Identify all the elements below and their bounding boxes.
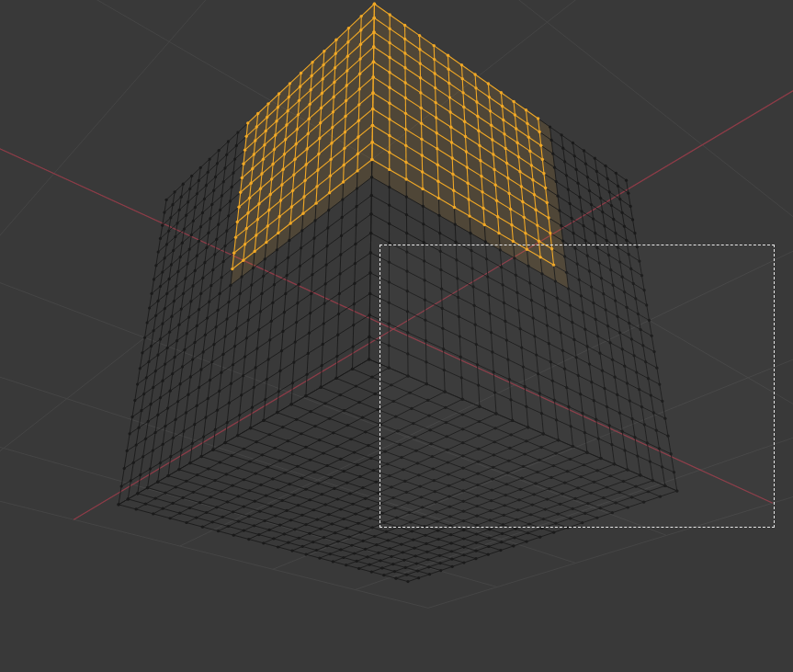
svg-line-708 (331, 477, 347, 483)
svg-point-3063 (435, 500, 437, 503)
svg-line-1195 (308, 344, 323, 353)
svg-point-3283 (304, 394, 307, 397)
svg-line-1097 (452, 563, 464, 566)
svg-point-3650 (515, 274, 517, 277)
svg-line-618 (280, 520, 291, 525)
svg-point-3364 (202, 435, 205, 438)
svg-line-1976 (456, 242, 471, 250)
svg-line-2053 (601, 279, 613, 286)
svg-line-1136 (291, 396, 306, 404)
svg-line-1504 (221, 196, 222, 210)
svg-line-911 (317, 519, 332, 524)
svg-point-3417 (203, 261, 206, 264)
svg-point-3405 (177, 468, 180, 471)
svg-point-3976 (239, 191, 242, 194)
svg-point-3579 (405, 232, 408, 234)
svg-line-834 (384, 523, 398, 528)
svg-point-4032 (434, 101, 436, 104)
svg-line-2327 (347, 42, 348, 56)
svg-point-3312 (288, 239, 290, 242)
svg-point-2987 (278, 524, 281, 527)
svg-line-1103 (136, 509, 153, 514)
svg-point-3921 (294, 142, 297, 145)
svg-point-2824 (370, 376, 373, 379)
svg-line-558 (532, 505, 545, 509)
svg-point-3204 (615, 501, 617, 504)
svg-line-1121 (396, 578, 408, 581)
svg-point-3978 (242, 162, 244, 165)
svg-line-2016 (594, 303, 606, 310)
svg-point-4088 (503, 132, 505, 135)
svg-point-3442 (201, 211, 204, 214)
svg-point-3925 (299, 85, 301, 88)
svg-point-3205 (599, 507, 602, 509)
svg-line-574 (310, 495, 322, 500)
svg-point-4064 (478, 144, 481, 147)
svg-line-1627 (214, 182, 224, 190)
svg-line-604 (463, 436, 479, 443)
svg-point-3382 (235, 144, 238, 147)
svg-point-3569 (388, 222, 391, 225)
svg-line-2257 (627, 240, 629, 254)
svg-line-1989 (631, 339, 642, 346)
svg-point-3575 (406, 310, 409, 313)
svg-point-3034 (540, 446, 543, 449)
svg-point-3942 (270, 177, 273, 180)
svg-point-3607 (457, 296, 459, 299)
svg-line-2193 (622, 349, 625, 366)
svg-line-938 (391, 552, 402, 557)
svg-line-2015 (581, 296, 594, 303)
viewport-3d[interactable] (0, 0, 793, 672)
svg-line-1683 (236, 136, 246, 145)
svg-line-544 (315, 427, 334, 433)
svg-point-3321 (274, 266, 277, 268)
svg-point-3883 (328, 191, 331, 194)
svg-point-3356 (218, 390, 221, 393)
svg-line-1536 (216, 164, 218, 177)
svg-point-3743 (573, 154, 576, 157)
svg-line-915 (375, 536, 389, 540)
svg-line-890 (477, 511, 491, 517)
svg-point-3494 (149, 403, 152, 405)
svg-line-425 (378, 409, 396, 416)
svg-point-3001 (377, 492, 380, 495)
svg-point-3804 (610, 204, 613, 207)
svg-line-2211 (589, 190, 600, 198)
svg-line-1256 (297, 313, 311, 323)
svg-point-3290 (312, 255, 314, 257)
svg-line-2106 (592, 382, 594, 401)
svg-line-1260 (245, 348, 257, 357)
svg-point-2985 (300, 514, 303, 517)
svg-line-2269 (607, 178, 617, 186)
svg-line-393 (525, 454, 539, 460)
svg-line-1219 (327, 228, 328, 246)
svg-line-562 (479, 414, 495, 422)
svg-point-3917 (290, 205, 293, 208)
svg-line-1343 (341, 225, 356, 236)
svg-line-584 (301, 434, 320, 440)
svg-line-1437 (172, 309, 181, 316)
svg-line-411 (280, 454, 293, 461)
svg-line-1152 (353, 347, 354, 369)
svg-line-609 (390, 470, 403, 476)
svg-line-1772 (557, 420, 572, 427)
svg-line-1939 (485, 242, 486, 259)
svg-line-2213 (611, 206, 622, 213)
svg-line-1294 (201, 362, 212, 370)
svg-point-3676 (563, 368, 566, 370)
svg-point-2826 (339, 393, 342, 396)
svg-point-3400 (221, 194, 223, 197)
svg-point-3396 (213, 253, 216, 256)
svg-line-1355 (195, 335, 205, 342)
svg-line-799 (464, 539, 477, 542)
svg-point-3387 (196, 404, 198, 407)
svg-line-486 (383, 431, 398, 439)
svg-line-1585 (179, 309, 181, 325)
svg-point-2891 (364, 430, 367, 433)
svg-point-3571 (388, 186, 391, 188)
svg-line-706 (298, 466, 314, 472)
svg-line-1082 (660, 491, 676, 496)
svg-line-2180 (556, 182, 568, 190)
svg-point-3338 (245, 336, 248, 339)
svg-line-2285 (637, 247, 640, 261)
